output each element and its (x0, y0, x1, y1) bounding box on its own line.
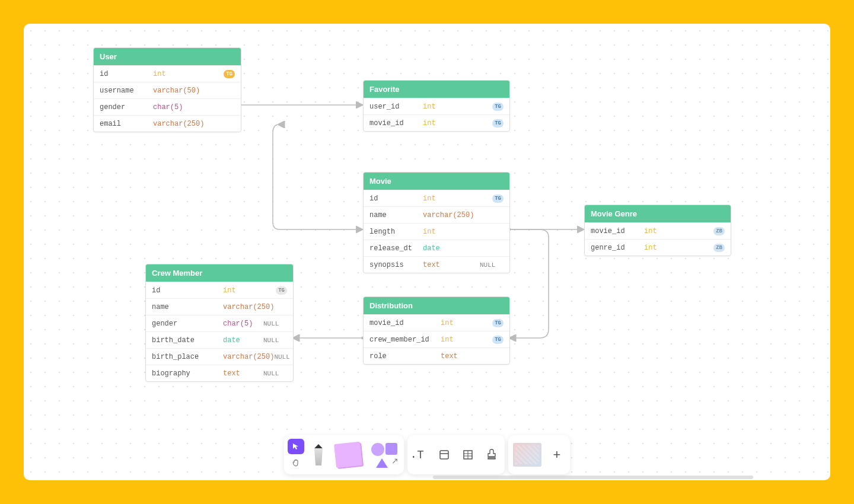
column-nullable: NULL (263, 320, 287, 327)
column-badge: TG (276, 286, 287, 295)
entity-header: Crew Member (146, 264, 293, 282)
entity-header: Movie (364, 173, 509, 190)
column-type: int (423, 228, 504, 236)
text-tool[interactable]: •T (410, 444, 431, 465)
column-type: varchar(250) (223, 303, 287, 311)
column-nullable: NULL (480, 261, 504, 269)
entity-rows: movie_idintZBgenre_idintZB (585, 222, 731, 256)
column-name: gender (152, 320, 223, 328)
column-badge: TG (492, 103, 504, 111)
sticky-note-icon (334, 442, 362, 468)
column-name: birth_place (152, 353, 223, 361)
table-icon (462, 449, 474, 461)
column-name: id (100, 70, 153, 78)
column-name: movie_id (591, 227, 644, 235)
entity-user[interactable]: User idintTGusernamevarchar(50)gendercha… (93, 47, 241, 132)
diagram-canvas[interactable]: User idintTGusernamevarchar(50)gendercha… (24, 24, 830, 480)
column-badge: ZB (713, 227, 725, 235)
column-row[interactable]: crew_member_idintTG (364, 331, 509, 347)
column-name: name (152, 303, 223, 311)
entity-crew-member[interactable]: Crew Member idintTGnamevarchar(250)gende… (145, 264, 294, 382)
entity-header: User (94, 48, 241, 65)
toolbar-group-insert: •T (407, 435, 505, 474)
column-row[interactable]: movie_idintTG (364, 314, 509, 331)
column-row[interactable]: birth_datedateNULL (146, 331, 293, 348)
column-type: int (441, 319, 492, 327)
column-row[interactable]: idintTG (364, 190, 509, 206)
add-tool[interactable]: + (546, 444, 568, 465)
column-row[interactable]: emailvarchar(250) (94, 115, 241, 132)
column-type: text (423, 261, 480, 269)
column-row[interactable]: namevarchar(250) (364, 206, 509, 223)
column-name: movie_id (369, 319, 441, 327)
column-row[interactable]: birth_placevarchar(250)NULL (146, 348, 293, 365)
column-name: name (369, 211, 423, 219)
column-name: biography (152, 369, 223, 378)
stamp-icon (486, 449, 498, 461)
frame-icon (438, 449, 450, 461)
column-type: int (423, 103, 492, 111)
pen-icon (313, 444, 324, 465)
shapes-icon: ↗ (370, 442, 399, 468)
column-row[interactable]: biographytextNULL (146, 365, 293, 381)
column-row[interactable]: usernamevarchar(50) (94, 82, 241, 98)
column-row[interactable]: idintTG (94, 65, 241, 82)
column-type: char(5) (223, 320, 263, 328)
frame-tool[interactable] (434, 444, 455, 465)
column-nullable: NULL (274, 353, 294, 361)
entity-distribution[interactable]: Distribution movie_idintTGcrew_member_id… (363, 296, 510, 365)
column-row[interactable]: idintTG (146, 282, 293, 298)
column-name: length (369, 228, 423, 236)
entity-header: Favorite (364, 81, 509, 98)
column-type: varchar(250) (153, 120, 235, 128)
column-name: crew_member_id (369, 336, 441, 344)
column-row[interactable]: lengthint (364, 223, 509, 240)
entity-header: Distribution (364, 297, 509, 314)
column-name: birth_date (152, 336, 223, 344)
entity-rows: idintTGusernamevarchar(50)genderchar(5)e… (94, 65, 241, 132)
stamp-tool[interactable] (481, 444, 502, 465)
column-badge: TG (492, 119, 504, 127)
column-row[interactable]: synopsistextNULL (364, 256, 509, 273)
toolbar-group-templates: + (508, 435, 570, 474)
column-type: int (423, 119, 492, 127)
entity-rows: idintTGnamevarchar(250)genderchar(5)NULL… (146, 282, 293, 381)
entity-movie[interactable]: Movie idintTGnamevarchar(250)lengthintre… (363, 172, 510, 273)
shapes-tool[interactable]: ↗ (367, 438, 401, 471)
column-type: date (223, 336, 263, 344)
column-row[interactable]: genre_idintZB (585, 239, 731, 256)
column-row[interactable]: roletext (364, 347, 509, 364)
column-name: genre_id (591, 244, 644, 252)
entity-movie-genre[interactable]: Movie Genre movie_idintZBgenre_idintZB (584, 205, 731, 256)
entity-favorite[interactable]: Favorite user_idintTGmovie_idintTG (363, 80, 510, 132)
hand-tool[interactable] (288, 455, 304, 471)
column-name: id (369, 194, 423, 203)
column-name: gender (100, 103, 153, 111)
column-row[interactable]: genderchar(5)NULL (146, 315, 293, 331)
column-type: int (153, 70, 224, 78)
entity-header: Movie Genre (585, 205, 731, 222)
entity-rows: user_idintTGmovie_idintTG (364, 98, 509, 131)
horizontal-scrollbar[interactable] (433, 476, 753, 479)
column-nullable: NULL (263, 337, 287, 344)
column-row[interactable]: genderchar(5) (94, 98, 241, 115)
toolbar: ↗ •T + (284, 435, 570, 474)
templates-tool[interactable] (511, 438, 544, 471)
column-name: role (369, 352, 441, 361)
table-tool[interactable] (457, 444, 479, 465)
column-row[interactable]: namevarchar(250) (146, 298, 293, 315)
pen-tool[interactable] (308, 438, 329, 471)
column-row[interactable]: movie_idintZB (585, 222, 731, 239)
entity-rows: idintTGnamevarchar(250)lengthintrelease_… (364, 190, 509, 273)
sticky-note-tool[interactable] (332, 438, 365, 471)
column-type: text (441, 352, 504, 361)
toolbar-group-cursor: ↗ (284, 435, 404, 474)
column-name: email (100, 120, 153, 128)
column-type: int (644, 244, 713, 252)
column-name: release_dt (369, 244, 423, 253)
cursor-tool[interactable] (288, 439, 304, 454)
column-type: varchar(250) (423, 211, 504, 219)
column-row[interactable]: user_idintTG (364, 98, 509, 114)
column-row[interactable]: movie_idintTG (364, 114, 509, 131)
column-row[interactable]: release_dtdate (364, 240, 509, 256)
